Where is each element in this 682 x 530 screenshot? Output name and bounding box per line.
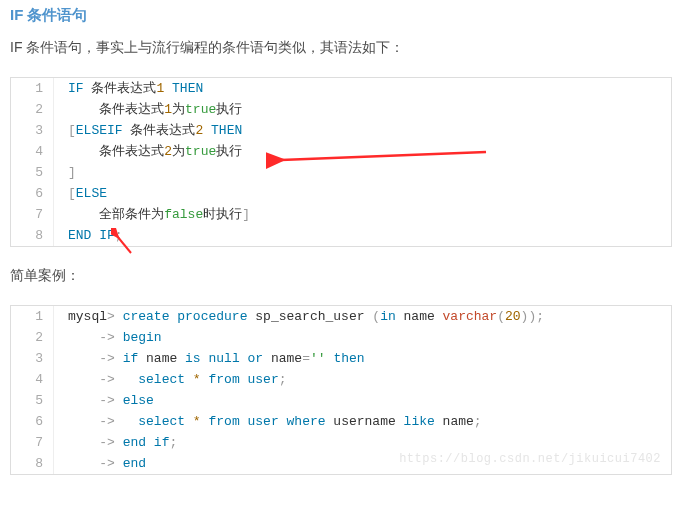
article-body: IF 条件语句 IF 条件语句，事实上与流行编程的条件语句类似，其语法如下： 1…	[10, 6, 672, 475]
code-text: [ELSE	[54, 183, 107, 204]
line-number: 2	[11, 99, 54, 120]
line-number: 7	[11, 432, 54, 453]
line-number: 4	[11, 369, 54, 390]
line-number: 4	[11, 141, 54, 162]
code-line: 6[ELSE	[11, 183, 671, 204]
code-line: 3[ELSEIF 条件表达式2 THEN	[11, 120, 671, 141]
line-number: 1	[11, 306, 54, 327]
code-line: 6 -> select * from user where username l…	[11, 411, 671, 432]
code-text: IF 条件表达式1 THEN	[54, 78, 203, 99]
code-line: 8END IF;	[11, 225, 671, 246]
code-text: -> if name is null or name='' then	[54, 348, 365, 369]
code-text: 全部条件为false时执行]	[54, 204, 250, 225]
line-number: 1	[11, 78, 54, 99]
code-line: 3 -> if name is null or name='' then	[11, 348, 671, 369]
code-text: [ELSEIF 条件表达式2 THEN	[54, 120, 242, 141]
line-number: 5	[11, 390, 54, 411]
code-text: -> select * from user;	[54, 369, 287, 390]
code-text: END IF;	[54, 225, 123, 246]
code-line: 1IF 条件表达式1 THEN	[11, 78, 671, 99]
line-number: 3	[11, 348, 54, 369]
code-line: 7 全部条件为false时执行]	[11, 204, 671, 225]
code-text: ]	[54, 162, 76, 183]
code-line: 2 -> begin	[11, 327, 671, 348]
section-heading: IF 条件语句	[10, 6, 672, 25]
mid-paragraph: 简单案例：	[10, 267, 672, 285]
watermark-text: https://blog.csdn.net/jikuicui7402	[399, 449, 661, 470]
line-number: 8	[11, 225, 54, 246]
code-text: -> select * from user where username lik…	[54, 411, 482, 432]
code-line: 5 -> else	[11, 390, 671, 411]
code-block-syntax: 1IF 条件表达式1 THEN2 条件表达式1为true执行3[ELSEIF 条…	[10, 77, 672, 247]
code-text: 条件表达式2为true执行	[54, 141, 242, 162]
code-text: -> begin	[54, 327, 162, 348]
line-number: 5	[11, 162, 54, 183]
code-line: 4 条件表达式2为true执行	[11, 141, 671, 162]
code-text: 条件表达式1为true执行	[54, 99, 242, 120]
code-line: 2 条件表达式1为true执行	[11, 99, 671, 120]
code-line: 1mysql> create procedure sp_search_user …	[11, 306, 671, 327]
code-text: -> end if;	[54, 432, 177, 453]
line-number: 7	[11, 204, 54, 225]
code-text: -> end	[54, 453, 146, 474]
line-number: 6	[11, 411, 54, 432]
code-line: 5]	[11, 162, 671, 183]
code-block-example: https://blog.csdn.net/jikuicui7402 1mysq…	[10, 305, 672, 475]
intro-paragraph: IF 条件语句，事实上与流行编程的条件语句类似，其语法如下：	[10, 39, 672, 57]
line-number: 2	[11, 327, 54, 348]
line-number: 8	[11, 453, 54, 474]
line-number: 6	[11, 183, 54, 204]
code-line: 4 -> select * from user;	[11, 369, 671, 390]
code-text: -> else	[54, 390, 154, 411]
line-number: 3	[11, 120, 54, 141]
code-text: mysql> create procedure sp_search_user (…	[54, 306, 544, 327]
